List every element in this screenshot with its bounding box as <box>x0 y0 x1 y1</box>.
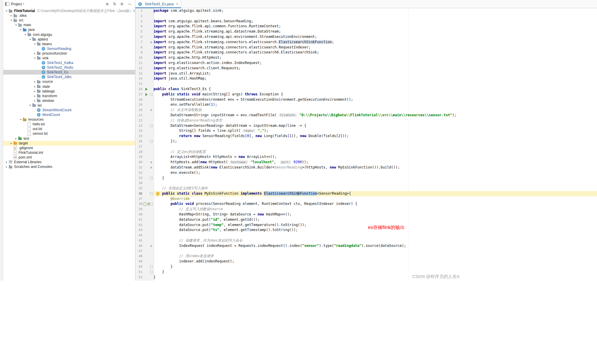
line-number[interactable]: 3 <box>135 19 144 24</box>
code-line-41[interactable]: 41 dataSource.put("id", element.getId())… <box>135 217 597 223</box>
code-line-3[interactable]: 3import com.atguigu.apitest.beans.Sensor… <box>135 19 597 24</box>
collapse-arrow-icon[interactable]: ▾ <box>5 9 9 12</box>
line-number[interactable]: 22 <box>135 118 144 123</box>
line-number[interactable]: 21 <box>135 113 144 118</box>
code-line-1[interactable]: 1package com.atguigu.apitest.sink; <box>135 8 597 14</box>
code-line-42[interactable]: 42 dataSource.put("temp", element.getTem… <box>135 223 597 228</box>
line-number[interactable]: 39 <box>135 207 144 212</box>
code-line-36[interactable]: 36 public static class MyEsSinkFunction … <box>135 191 597 196</box>
line-number[interactable]: 51 <box>135 269 144 275</box>
tree-item-resources[interactable]: ▾resources <box>3 117 135 122</box>
project-tool-window-icon[interactable] <box>5 2 9 6</box>
line-number[interactable]: 48 <box>135 254 144 259</box>
project-view-selector[interactable]: Project ▾ <box>11 2 24 6</box>
line-number[interactable]: 30 <box>135 160 144 165</box>
code-line-53[interactable]: 53 <box>135 280 597 281</box>
expand-arrow-icon[interactable]: ▸ <box>14 137 18 140</box>
tree-item-external-libraries[interactable]: ▸External Libraries <box>3 160 135 164</box>
code-line-52[interactable]: 52} <box>135 275 597 280</box>
code-line-8[interactable]: 8import org.apache.flink.streaming.conne… <box>135 45 597 50</box>
run-icon[interactable] <box>145 93 148 96</box>
code-line-16[interactable]: 16public class SinkTest3_Es { <box>135 87 597 92</box>
code-line-2[interactable]: 2 <box>135 14 597 19</box>
code-line-21[interactable]: 21 DataStream<String> inputStream = env.… <box>135 113 597 118</box>
code-line-30[interactable]: 30 httpHosts.add(new HttpHost( hostname:… <box>135 160 597 165</box>
tree-item--gitignore[interactable]: g.gitignore <box>3 146 135 150</box>
expand-arrow-icon[interactable]: ▸ <box>33 85 37 88</box>
tree-item-com-atguigu[interactable]: ▾com.atguigu <box>3 32 135 37</box>
code-line-44[interactable]: 44 <box>135 233 597 238</box>
code-line-32[interactable]: 32 env.execute(); <box>135 170 597 176</box>
line-number[interactable]: 35 <box>135 186 144 191</box>
collapse-arrow-icon[interactable]: ▾ <box>28 38 32 41</box>
line-number[interactable]: 46 <box>135 243 144 249</box>
line-number[interactable]: 25 <box>135 134 144 139</box>
tree-item-sink[interactable]: ▾sink <box>3 56 135 60</box>
fold-marker-icon[interactable] <box>150 177 153 179</box>
settings-icon[interactable]: ⚙ <box>120 2 124 6</box>
tree-item-processfunction[interactable]: ▸processfunction <box>3 51 135 56</box>
tree-item-target[interactable]: ▸target <box>3 141 135 146</box>
tree-item-src[interactable]: ▾src <box>3 18 135 23</box>
line-number[interactable]: 16 <box>135 87 144 92</box>
override-marker-icon[interactable]: ↑ <box>143 202 147 206</box>
code-line-25[interactable]: 25 return new SensorReading(fields[0], n… <box>135 134 597 139</box>
collapse-arrow-icon[interactable]: ▾ <box>9 19 13 22</box>
line-number[interactable]: 40 <box>135 212 144 217</box>
line-number[interactable]: 14 <box>135 76 144 81</box>
line-number[interactable]: 27 <box>135 144 144 149</box>
line-number[interactable]: 36 <box>135 191 144 196</box>
close-tab-icon[interactable]: × <box>176 2 178 6</box>
code-line-27[interactable]: 27 <box>135 144 597 149</box>
expand-arrow-icon[interactable]: ▸ <box>9 142 13 145</box>
line-number[interactable]: 53 <box>135 280 144 281</box>
tree-item-sinktest2-redis[interactable]: CSinkTest2_Redis <box>3 65 135 70</box>
line-number[interactable]: 31 <box>135 165 144 170</box>
fold-arrow-icon[interactable] <box>151 161 152 164</box>
expand-arrow-icon[interactable]: ▸ <box>33 90 37 93</box>
line-number[interactable]: 32 <box>135 170 144 176</box>
tree-item-java[interactable]: ▾java <box>3 27 135 32</box>
fold-marker-icon[interactable] <box>150 93 153 96</box>
line-number[interactable]: 17 <box>135 92 144 97</box>
locate-icon[interactable]: ⊕ <box>106 2 109 6</box>
code-line-35[interactable]: 35 // 实现自定义的ES写入操作 <box>135 186 597 191</box>
tree-item-tableapi[interactable]: ▸tableapi <box>3 89 135 94</box>
code-line-40[interactable]: 40 HashMap<String, String> dataSource = … <box>135 212 597 217</box>
line-number[interactable]: 34 <box>135 181 144 186</box>
tree-item-flinktutorial[interactable]: ▾FlinkTutorialC:\Users\MyPc\Desktop\尚硅谷大… <box>3 9 135 13</box>
collapse-arrow-icon[interactable]: ▾ <box>33 57 37 60</box>
tab-sinktest3-es[interactable]: C SinkTest3_Es.java × <box>135 0 181 8</box>
line-number[interactable]: 49 <box>135 259 144 264</box>
expand-arrow-icon[interactable]: ▸ <box>9 14 13 17</box>
collapse-arrow-icon[interactable]: ▾ <box>19 118 23 121</box>
code-line-19[interactable]: 19 env.setParallelism(1); <box>135 102 597 107</box>
code-line-45[interactable]: 45 // 创建请求，作为向es发起的写入命令 <box>135 238 597 243</box>
tree-item-apitest[interactable]: ▾apitest <box>3 37 135 42</box>
line-number[interactable]: 47 <box>135 249 144 254</box>
line-number[interactable]: 15 <box>135 81 144 87</box>
line-number[interactable]: 5 <box>135 29 144 34</box>
fold-marker-icon[interactable] <box>150 271 153 273</box>
line-number[interactable]: 13 <box>135 71 144 76</box>
line-number[interactable]: 45 <box>135 238 144 243</box>
tree-item-test[interactable]: ▸test <box>3 136 135 141</box>
code-line-51[interactable]: 51 } <box>135 269 597 275</box>
code-line-22[interactable]: 22 // 转换成SensorReading类型 <box>135 118 597 123</box>
tree-item-scratches-and-consoles[interactable]: ▸Scratches and Consoles <box>3 164 135 169</box>
line-number[interactable]: 43 <box>135 227 144 233</box>
line-number[interactable]: 41 <box>135 217 144 223</box>
collapse-arrow-icon[interactable]: ▾ <box>28 104 32 107</box>
line-number[interactable]: 20 <box>135 107 144 113</box>
fold-marker-icon[interactable] <box>150 265 153 268</box>
code-line-38[interactable]: 38↑@ public void process(SensorReading e… <box>135 201 597 207</box>
line-number[interactable]: 44 <box>135 233 144 238</box>
code-line-11[interactable]: 11import org.elasticsearch.action.index.… <box>135 60 597 66</box>
hide-icon[interactable]: — <box>128 2 132 6</box>
line-number[interactable]: 11 <box>135 60 144 66</box>
expand-arrow-icon[interactable]: ▸ <box>5 161 9 164</box>
line-number[interactable]: 29 <box>135 154 144 160</box>
expand-arrow-icon[interactable]: ▸ <box>5 165 9 168</box>
tree-item--idea[interactable]: ▸.idea <box>3 13 135 18</box>
code-line-28[interactable]: 28 // 定义es的连接配置 <box>135 149 597 155</box>
